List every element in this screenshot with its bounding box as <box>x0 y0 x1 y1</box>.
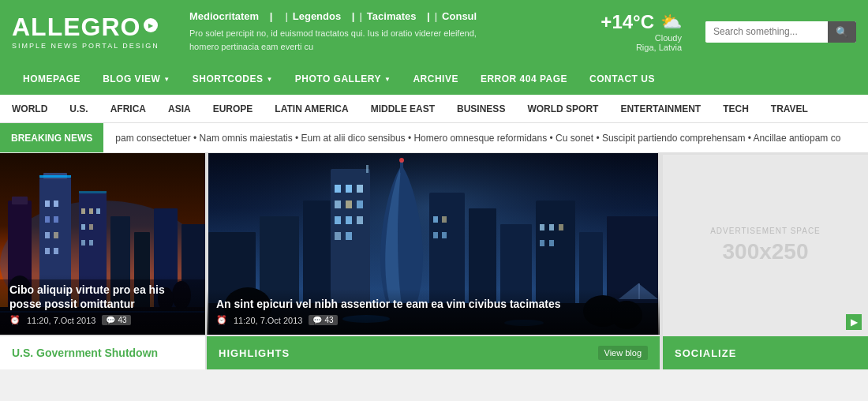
svg-rect-40 <box>335 185 341 193</box>
secnav-us[interactable]: U.S. <box>58 95 99 123</box>
card-2-title: An sint epicuri vel nibh assentior te ea… <box>216 297 650 311</box>
svg-rect-65 <box>549 240 554 246</box>
socialize-bar: SOCIALIZE <box>663 336 868 369</box>
logo-title: ALLEGRO <box>12 14 140 39</box>
secnav-world[interactable]: WORLD <box>12 95 58 123</box>
svg-rect-6 <box>45 200 50 207</box>
weather-cloud-icon: ⛅ <box>660 12 682 32</box>
svg-rect-29 <box>79 191 107 193</box>
card-1-time: 11:20, 7.Oct 2013 <box>27 316 95 325</box>
svg-rect-20 <box>81 240 85 245</box>
svg-rect-66 <box>400 161 403 173</box>
svg-rect-11 <box>54 232 58 238</box>
nav-error404[interactable]: ERROR 404 PAGE <box>470 63 578 95</box>
nav-link-consul[interactable]: Consul <box>442 10 477 22</box>
svg-rect-48 <box>357 216 363 224</box>
highlights-label: HIGHLIGHTS <box>219 347 290 359</box>
svg-rect-45 <box>357 200 363 208</box>
svg-rect-59 <box>433 232 438 238</box>
nav-link-mediocritatem[interactable]: Mediocritatem <box>189 10 280 22</box>
featured-card-1[interactable]: Cibo aliquip virtute pro ea his posse po… <box>0 153 205 335</box>
secnav-latin-america[interactable]: LATIN AMERICA <box>264 95 359 123</box>
svg-rect-68 <box>366 165 369 173</box>
search-area: 🔍 <box>694 0 868 63</box>
view-blog-link[interactable]: View blog <box>598 346 649 360</box>
card-1-meta: ⏰ 11:20, 7.Oct 2013 💬 43 <box>9 315 196 325</box>
svg-rect-44 <box>346 200 352 208</box>
secnav-world-sport[interactable]: WORLD SPORT <box>516 95 609 123</box>
svg-rect-3 <box>12 197 28 204</box>
svg-rect-19 <box>89 224 93 230</box>
svg-rect-62 <box>549 224 554 230</box>
card-2-time: 11:20, 7.Oct 2013 <box>234 316 302 325</box>
secnav-tech[interactable]: TECH <box>712 95 760 123</box>
ad-size: 300x250 <box>722 239 808 264</box>
secnav-asia[interactable]: ASIA <box>157 95 202 123</box>
weather-area: +14°C ⛅ Cloudy Riga, Latvia <box>552 0 694 63</box>
svg-point-67 <box>399 158 404 163</box>
blog-view-dropdown-icon: ▼ <box>163 76 170 83</box>
nav-link-legendos[interactable]: Legendos <box>293 10 355 22</box>
nav-contact[interactable]: CONTACT US <box>578 63 666 95</box>
card-2-comments: 💬 43 <box>309 315 337 325</box>
weather-temperature: +14°C <box>600 11 654 33</box>
ad-arrow-button[interactable]: ▶ <box>846 314 862 330</box>
svg-rect-63 <box>559 224 563 230</box>
svg-rect-61 <box>540 224 544 230</box>
svg-rect-43 <box>335 200 341 208</box>
content-area: Cibo aliquip virtute pro ea his posse po… <box>0 153 868 336</box>
svg-rect-9 <box>54 216 58 223</box>
secnav-middle-east[interactable]: MIDDLE EAST <box>360 95 446 123</box>
secnav-travel[interactable]: TRAVEL <box>760 95 819 123</box>
svg-rect-42 <box>357 185 363 193</box>
secnav-entertainment[interactable]: ENTERTAINMENT <box>609 95 712 123</box>
nav-homepage[interactable]: HOMEPAGE <box>12 63 92 95</box>
clock-icon-1: ⏰ <box>9 315 21 325</box>
svg-rect-41 <box>346 185 352 193</box>
breaking-news-bar: BREAKING NEWS pam consectetuer • Nam omn… <box>0 123 868 153</box>
svg-rect-7 <box>54 200 58 207</box>
header: ALLEGRO SIMPLE NEWS PORTAL DESIGN Medioc… <box>0 0 868 63</box>
card-1-title: Cibo aliquip virtute pro ea his posse po… <box>9 283 196 311</box>
logo-subtitle: SIMPLE NEWS PORTAL DESIGN <box>12 42 162 50</box>
breaking-news-text: pam consectetuer • Nam omnis maiestatis … <box>103 133 852 144</box>
svg-rect-21 <box>89 240 93 245</box>
svg-rect-58 <box>442 216 447 223</box>
card-1-overlay: Cibo aliquip virtute pro ea his posse po… <box>0 275 205 335</box>
main-nav: HOMEPAGE BLOG VIEW ▼ SHORTCODES ▼ PHOTO … <box>0 63 868 95</box>
search-box: 🔍 <box>705 21 856 43</box>
secnav-europe[interactable]: EUROPE <box>202 95 264 123</box>
secondary-nav: WORLD U.S. AFRICA ASIA EUROPE LATIN AMER… <box>0 95 868 123</box>
svg-rect-8 <box>45 216 50 223</box>
card-2-meta: ⏰ 11:20, 7.Oct 2013 💬 43 <box>216 315 650 325</box>
shortcodes-dropdown-icon: ▼ <box>266 76 272 83</box>
svg-rect-46 <box>335 216 341 224</box>
svg-rect-49 <box>335 232 341 240</box>
ad-space: ADVERTISEMENT SPACE 300x250 ▶ <box>663 155 868 336</box>
nav-links-area: Mediocritatem | Legendos | Tacimates | C… <box>174 0 552 63</box>
ad-label: ADVERTISEMENT SPACE <box>710 227 821 235</box>
bottom-section: U.S. Government Shutdown HIGHLIGHTS View… <box>0 336 868 369</box>
svg-rect-13 <box>54 248 58 254</box>
logo-icon <box>144 18 158 32</box>
nav-link-tacimates[interactable]: Tacimates <box>367 10 430 22</box>
secnav-africa[interactable]: AFRICA <box>99 95 157 123</box>
weather-desc: Cloudy Riga, Latvia <box>636 33 682 52</box>
breaking-news-label: BREAKING NEWS <box>0 123 103 153</box>
svg-rect-17 <box>96 208 100 214</box>
svg-rect-47 <box>346 216 352 224</box>
nav-photo-gallery[interactable]: PHOTO GALLERY ▼ <box>284 63 402 95</box>
highlights-bar: HIGHLIGHTS View blog <box>207 336 660 369</box>
svg-rect-12 <box>45 248 50 254</box>
featured-card-2[interactable]: An sint epicuri vel nibh assentior te ea… <box>207 153 660 335</box>
nav-blog-view[interactable]: BLOG VIEW ▼ <box>92 63 181 95</box>
nav-archive[interactable]: ARCHIVE <box>402 63 470 95</box>
svg-rect-57 <box>433 216 438 223</box>
search-input[interactable] <box>705 21 828 42</box>
socialize-label: SOCIALIZE <box>675 347 736 359</box>
shutdown-link[interactable]: U.S. Government Shutdown <box>12 347 158 359</box>
secnav-business[interactable]: BUSINESS <box>446 95 516 123</box>
search-button[interactable]: 🔍 <box>828 21 856 43</box>
svg-rect-60 <box>442 232 447 238</box>
nav-shortcodes[interactable]: SHORTCODES ▼ <box>181 63 284 95</box>
